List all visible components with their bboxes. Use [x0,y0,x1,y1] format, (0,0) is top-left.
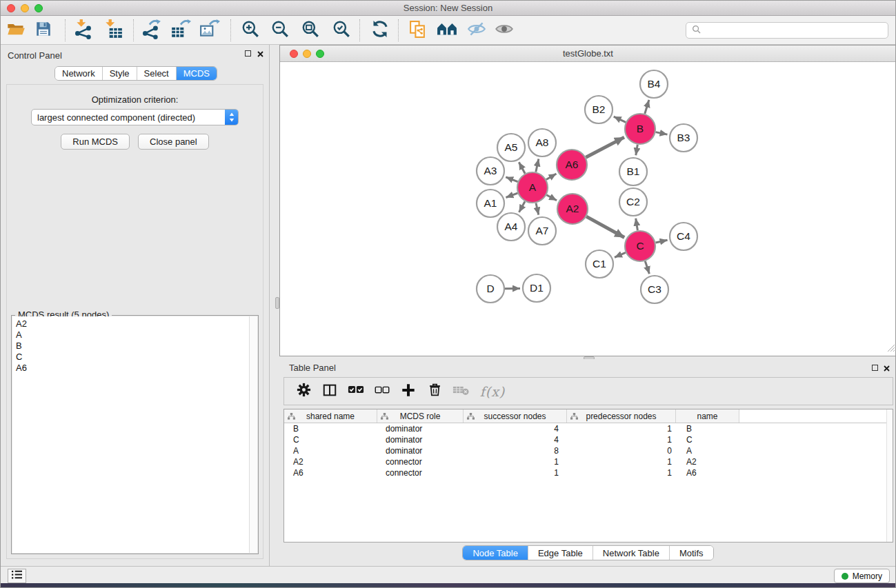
export-table-button[interactable] [169,19,192,41]
graph-edge-C-C2[interactable] [636,219,638,231]
table-row[interactable]: A2connector11A2 [284,456,893,467]
zoom-out-button[interactable] [268,19,292,41]
add-row-button[interactable] [400,383,417,401]
run-mcds-button[interactable]: Run MCDS [61,134,130,150]
column-header-successor-nodes[interactable]: successor nodes [464,409,567,423]
hide-selected-button[interactable] [465,19,488,41]
network-window-titlebar[interactable]: testGlobe.txt [280,45,896,62]
new-network-from-selection-button[interactable] [406,19,429,41]
table-settings-button[interactable] [295,383,312,401]
graph-edge-A-A3[interactable] [506,177,517,182]
graph-edge-B-B2[interactable] [614,116,626,122]
zoom-in-button[interactable] [239,19,262,41]
delete-table-button[interactable] [452,383,469,401]
column-header-mcds-role[interactable]: MCDS role [377,409,464,423]
function-builder-button[interactable]: f(x) [479,383,506,401]
column-header-predecessor-nodes[interactable]: predecessor nodes [567,409,676,423]
column-header-label: predecessor nodes [586,412,656,421]
graph-edge-A-A6[interactable] [546,174,557,180]
network-vertical-scrollbar-thumb[interactable] [275,297,279,309]
graph-edge-A-A8[interactable] [536,159,539,172]
network-minimize-button[interactable] [303,50,311,58]
graph-edge-A2-C[interactable] [586,216,624,237]
first-neighbors-button[interactable] [435,19,459,41]
delete-table-icon [452,384,469,398]
table-row[interactable]: A6connector11A6 [284,467,893,478]
graph-edge-B-B1[interactable] [636,145,638,156]
tab-mcds[interactable]: MCDS [177,67,217,80]
float-panel-button[interactable] [245,50,251,57]
graph-edge-A-A5[interactable] [519,162,525,174]
graph-edge-C-C1[interactable] [615,252,626,257]
control-panel-tabs: NetworkStyleSelectMCDS [54,66,217,81]
optimization-criterion-select[interactable]: largest connected component (directed) [31,109,239,125]
mcds-result-list[interactable]: A2ABCA6 [12,316,249,553]
column-header-name[interactable]: name [676,409,739,423]
graph-node-label: A8 [536,136,549,148]
export-image-button[interactable] [198,19,221,41]
import-table-button[interactable] [101,19,125,41]
zoom-fit-button[interactable] [299,19,322,41]
list-icon [10,569,23,582]
deselect-all-columns-button[interactable] [374,383,390,401]
mcds-result-item[interactable]: B [16,341,249,352]
open-session-button[interactable] [4,19,28,41]
tab-network-table[interactable]: Network Table [593,546,670,560]
tab-motifs[interactable]: Motifs [670,546,713,560]
table-cell: A2 [284,456,377,467]
zoom-window-button[interactable] [34,4,43,12]
delete-row-button[interactable] [426,383,443,401]
graph-edge-B-B4[interactable] [645,100,649,114]
mcds-result-item[interactable]: C [16,352,249,363]
export-network-icon [141,19,161,42]
apply-layout-button[interactable] [368,19,392,41]
search-input[interactable] [704,26,882,36]
show-columns-button[interactable] [321,383,338,401]
graph-edge-B-B3[interactable] [656,132,668,135]
close-panel-icon-button[interactable] [257,50,264,58]
column-header-shared-name[interactable]: shared name [284,409,377,423]
save-session-button[interactable] [32,19,55,41]
tab-node-table[interactable]: Node Table [463,546,528,560]
table-scrollbar[interactable] [886,409,893,542]
graph-node-label: B1 [627,165,640,177]
graph-edge-C-C3[interactable] [645,261,649,274]
import-network-button[interactable] [72,19,95,41]
mcds-result-item[interactable]: A [16,330,249,341]
memory-button[interactable]: Memory [834,569,890,583]
table-cell: connector [377,456,464,467]
mcds-result-scrollbar[interactable] [249,316,257,553]
graph-edge-A-A7[interactable] [536,203,539,215]
app-titlebar: Session: New Session [1,1,895,16]
graph-edge-A-A4[interactable] [519,201,526,212]
tab-network[interactable]: Network [55,67,103,80]
graph-edge-A-A2[interactable] [546,195,557,201]
tab-select[interactable]: Select [137,67,177,80]
zoom-selected-button[interactable] [330,19,353,41]
close-window-button[interactable] [7,4,15,12]
show-all-button[interactable] [492,19,516,41]
select-all-columns-button[interactable] [348,383,364,401]
graph-node-label: C3 [648,283,661,295]
task-history-button[interactable] [8,569,26,583]
close-table-panel-button[interactable] [883,365,890,372]
table-row[interactable]: Bdominator41B [284,423,893,434]
mcds-result-item[interactable]: A2 [16,318,249,330]
mcds-result-item[interactable]: A6 [16,363,249,374]
export-network-button[interactable] [139,19,163,41]
tab-edge-table[interactable]: Edge Table [528,546,593,560]
network-zoom-button[interactable] [316,50,324,58]
graph-edge-A-A1[interactable] [506,193,518,197]
table-row[interactable]: Adominator80A [284,445,893,456]
resize-grip-icon[interactable] [886,343,895,355]
search-field[interactable] [686,22,888,39]
graph-edge-A6-B[interactable] [586,137,624,157]
tab-style[interactable]: Style [103,67,137,80]
minimize-window-button[interactable] [21,4,29,12]
graph-edge-C-C4[interactable] [656,240,668,243]
network-canvas[interactable]: B4B2BB3A8A5A6A3B1AA1C2A2A4A7C4CC1DD1C3 [280,62,896,356]
close-panel-button[interactable]: Close panel [138,134,209,150]
float-table-panel-button[interactable] [872,365,878,371]
table-row[interactable]: Cdominator41C [284,434,893,445]
network-close-button[interactable] [290,50,298,58]
